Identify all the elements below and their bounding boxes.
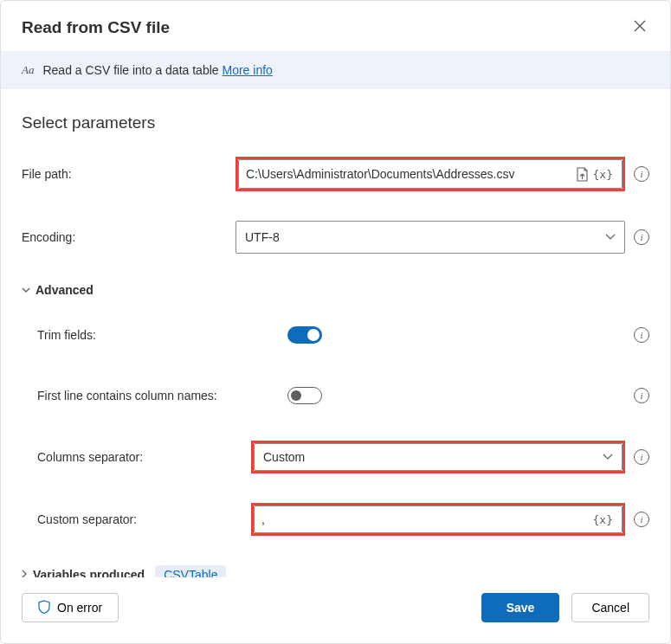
file-path-label: File path:: [22, 167, 235, 181]
row-trim-fields: Trim fields: i: [37, 319, 649, 351]
variable-icon[interactable]: {x}: [591, 168, 615, 181]
variables-produced-label: Variables produced: [33, 568, 145, 577]
dialog-content: Select parameters File path: C:\Users\Ad…: [1, 89, 670, 577]
trim-fields-label: Trim fields:: [37, 328, 287, 342]
columns-separator-label: Columns separator:: [37, 450, 251, 464]
advanced-label: Advanced: [35, 283, 94, 297]
info-icon[interactable]: i: [634, 327, 649, 343]
info-icon[interactable]: i: [634, 449, 649, 465]
row-columns-separator: Columns separator: Custom i: [37, 441, 649, 473]
columns-separator-highlight: Custom: [251, 441, 625, 473]
file-path-value: C:\Users\Administrator\Documents\Address…: [246, 167, 571, 181]
custom-separator-input[interactable]: , {x}: [254, 506, 623, 533]
row-first-line: First line contains column names: i: [37, 380, 649, 411]
row-encoding: Encoding: UTF-8 i: [22, 221, 649, 254]
info-text: Read a CSV file into a data table More i…: [42, 63, 272, 77]
chevron-right-icon: [22, 570, 28, 577]
info-icon[interactable]: i: [634, 166, 649, 182]
file-picker-icon[interactable]: [574, 165, 591, 183]
trim-fields-toggle[interactable]: [287, 326, 322, 344]
dialog-header: Read from CSV file: [1, 1, 670, 51]
dialog-read-csv: Read from CSV file Aa Read a CSV file in…: [0, 0, 671, 644]
more-info-link[interactable]: More info: [222, 63, 272, 77]
advanced-section: Trim fields: i First line contains colum…: [22, 319, 649, 536]
on-error-button[interactable]: On error: [22, 593, 119, 622]
chevron-down-icon: [603, 451, 613, 463]
info-bar: Aa Read a CSV file into a data table Mor…: [1, 51, 670, 89]
close-icon[interactable]: [630, 16, 649, 39]
info-icon[interactable]: i: [634, 229, 649, 245]
row-file-path: File path: C:\Users\Administrator\Docume…: [22, 157, 649, 191]
custom-separator-highlight: , {x}: [251, 503, 625, 536]
chevron-down-icon: [22, 285, 30, 295]
info-icon[interactable]: i: [634, 388, 649, 403]
dialog-footer: On error Save Cancel: [1, 577, 670, 643]
shield-icon: [38, 600, 50, 616]
custom-separator-label: Custom separator:: [37, 512, 251, 526]
file-path-input[interactable]: C:\Users\Administrator\Documents\Address…: [238, 159, 623, 189]
encoding-value: UTF-8: [245, 230, 280, 244]
advanced-toggle[interactable]: Advanced: [22, 283, 649, 297]
first-line-toggle[interactable]: [287, 387, 322, 404]
first-line-label: First line contains column names:: [37, 389, 287, 402]
encoding-label: Encoding:: [22, 230, 235, 244]
save-button[interactable]: Save: [481, 593, 560, 622]
columns-separator-select[interactable]: Custom: [254, 443, 623, 471]
chevron-down-icon: [605, 231, 616, 243]
row-custom-separator: Custom separator: , {x} i: [37, 503, 649, 536]
on-error-label: On error: [57, 601, 102, 615]
variable-badge[interactable]: CSVTable: [155, 565, 226, 577]
columns-separator-value: Custom: [263, 450, 305, 464]
variables-produced-toggle[interactable]: Variables produced: [22, 568, 145, 577]
custom-separator-value: ,: [261, 512, 591, 526]
encoding-select[interactable]: UTF-8: [235, 221, 625, 254]
info-icon[interactable]: i: [634, 512, 649, 527]
cancel-button[interactable]: Cancel: [571, 593, 649, 622]
dialog-title: Read from CSV file: [22, 18, 170, 37]
text-icon: Aa: [22, 63, 34, 77]
row-variables-produced: Variables produced CSVTable: [22, 565, 649, 577]
variable-icon[interactable]: {x}: [591, 513, 615, 526]
section-title: Select parameters: [22, 113, 649, 132]
file-path-highlight: C:\Users\Administrator\Documents\Address…: [235, 157, 625, 191]
